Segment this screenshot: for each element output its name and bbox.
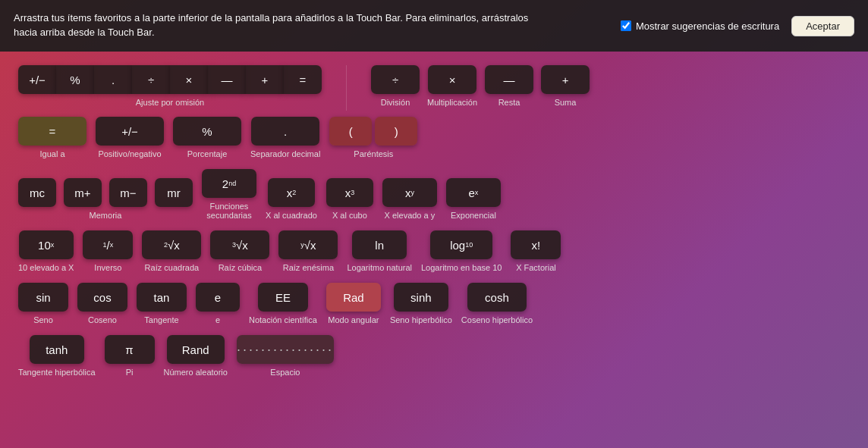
content-area: +/− % . ÷ × — + = Ajuste por omisión ÷ D… [0, 52, 868, 395]
key-cosh[interactable]: cosh [467, 283, 527, 312]
row2-group: = Igual a +/− Positivo/negativo % Porcen… [18, 117, 850, 158]
key-percent[interactable]: % [173, 117, 241, 146]
default-keys-row: +/− % . ÷ × — + = [18, 65, 322, 94]
key-mult-default[interactable]: × [170, 65, 208, 94]
key-space[interactable]: ················ [237, 335, 334, 364]
col-posneg: +/− Positivo/negativo [96, 117, 164, 158]
key-div-default[interactable]: ÷ [132, 65, 170, 94]
label-cos: Coseno [88, 315, 117, 324]
key-rad[interactable]: Rad [326, 283, 381, 312]
key-nrt[interactable]: y√x [278, 230, 338, 259]
paren-pair: ( ) [329, 117, 417, 146]
key-mr[interactable]: mr [155, 178, 193, 207]
label-x3: X al cubo [332, 211, 367, 220]
suggestions-checkbox-label[interactable]: Mostrar sugerencias de escritura [621, 20, 779, 32]
key-tanh[interactable]: tanh [30, 335, 84, 364]
key-log10[interactable]: log10 [430, 230, 492, 259]
col-rand: Rand Número aleatorio [164, 335, 228, 377]
key-mminus[interactable]: m− [109, 178, 147, 207]
key-10x[interactable]: 10x [19, 230, 74, 259]
key-rparen[interactable]: ) [375, 117, 417, 146]
label-factorial: X Factorial [516, 263, 556, 272]
col-inv: 1/x Inverso [83, 230, 133, 272]
key-sin[interactable]: sin [18, 283, 68, 312]
key-sqrt[interactable]: 2√x [142, 230, 201, 259]
key-igual[interactable]: = [18, 117, 86, 146]
top-bar-controls: Mostrar sugerencias de escritura Aceptar [621, 16, 854, 36]
key-multiplication[interactable]: × [428, 65, 476, 94]
accept-button[interactable]: Aceptar [791, 16, 854, 36]
row5-group: sin Seno cos Coseno tan Tangente e e EE … [18, 283, 850, 324]
key-ex[interactable]: ex [446, 178, 501, 207]
col-cbrt: 3√x Raíz cúbica [210, 230, 269, 272]
top-bar: Arrastra tus ítems favoritos a la parte … [0, 0, 868, 52]
key-xy[interactable]: xy [382, 178, 437, 207]
label-10x: 10 elevado a X [18, 263, 74, 272]
key-resta[interactable]: — [485, 65, 533, 94]
key-dot-default[interactable]: . [94, 65, 132, 94]
col-div: ÷ División [371, 65, 420, 107]
label-igual: Igual a [39, 149, 64, 158]
key-minus-default[interactable]: — [208, 65, 246, 94]
col-memory: mc m+ m− mr Memoria [18, 178, 193, 220]
divider1 [346, 65, 347, 111]
key-suma[interactable]: + [541, 65, 590, 94]
col-factorial: x! X Factorial [511, 230, 561, 272]
label-inverse: Inverso [94, 263, 121, 272]
label-parens: Paréntesis [354, 149, 393, 158]
col-10x: 10x 10 elevado a X [18, 230, 74, 272]
key-inverse[interactable]: 1/x [83, 230, 133, 259]
key-sinh[interactable]: sinh [394, 283, 448, 312]
label-cbrt: Raíz cúbica [219, 263, 262, 272]
col-percent: % Porcentaje [173, 117, 241, 158]
label-resta: Resta [498, 98, 520, 107]
col-x3: x3 X al cubo [326, 178, 373, 220]
key-ln[interactable]: ln [352, 230, 407, 259]
key-2nd[interactable]: 2nd [202, 169, 256, 198]
key-plus-default[interactable]: + [246, 65, 284, 94]
key-ee[interactable]: EE [258, 283, 308, 312]
key-percent-default[interactable]: % [56, 65, 94, 94]
row6-group: tanh Tangente hiperbólica π Pi Rand Núme… [18, 335, 850, 377]
label-multiplication: Multiplicación [427, 98, 477, 107]
col-2nd: 2nd Funciones secundarias [202, 169, 256, 220]
label-sqrt: Raíz cuadrada [145, 263, 200, 272]
key-x3[interactable]: x3 [326, 178, 373, 207]
key-decimal[interactable]: . [251, 117, 319, 146]
col-log10: log10 Logaritmo en base 10 [421, 230, 502, 272]
key-posneg[interactable]: +/− [96, 117, 164, 146]
label-percent: Porcentaje [187, 149, 228, 158]
col-sinh: sinh Seno hiperbólico [390, 283, 452, 324]
key-plus-minus-default[interactable]: +/− [18, 65, 56, 94]
key-eq-default[interactable]: = [284, 65, 322, 94]
key-mplus[interactable]: m+ [64, 178, 102, 207]
key-lparen[interactable]: ( [329, 117, 372, 146]
key-mc[interactable]: mc [18, 178, 56, 207]
label-nrt: Raíz enésima [283, 263, 334, 272]
key-e[interactable]: e [196, 283, 240, 312]
key-x2[interactable]: x2 [268, 178, 315, 207]
key-cos[interactable]: cos [77, 283, 127, 312]
col-xy: xy X elevado a y [382, 178, 437, 220]
label-2nd: Funciones secundarias [206, 202, 251, 220]
key-cbrt[interactable]: 3√x [210, 230, 269, 259]
col-x2: x2 X al cuadrado [266, 178, 317, 220]
col-parens: ( ) Paréntesis [329, 117, 417, 158]
memory-keys: mc m+ m− mr [18, 178, 193, 207]
label-rad: Modo angular [328, 315, 379, 324]
col-tan: tan Tangente [137, 283, 187, 324]
row4-group: 10x 10 elevado a X 1/x Inverso 2√x Raíz … [18, 230, 850, 272]
suggestions-checkbox[interactable] [621, 20, 631, 31]
col-nrt: y√x Raíz enésima [278, 230, 338, 272]
label-rand: Número aleatorio [164, 368, 228, 377]
key-rand[interactable]: Rand [167, 335, 225, 364]
key-pi[interactable]: π [105, 335, 155, 364]
label-ex: Exponencial [451, 211, 496, 220]
key-tan[interactable]: tan [137, 283, 187, 312]
label-sinh: Seno hiperbólico [390, 315, 452, 324]
key-factorial[interactable]: x! [511, 230, 561, 259]
col-sin: sin Seno [18, 283, 68, 324]
row3-group: mc m+ m− mr Memoria 2nd Funciones secund… [18, 169, 850, 220]
col-rad: Rad Modo angular [326, 283, 381, 324]
key-division[interactable]: ÷ [371, 65, 420, 94]
